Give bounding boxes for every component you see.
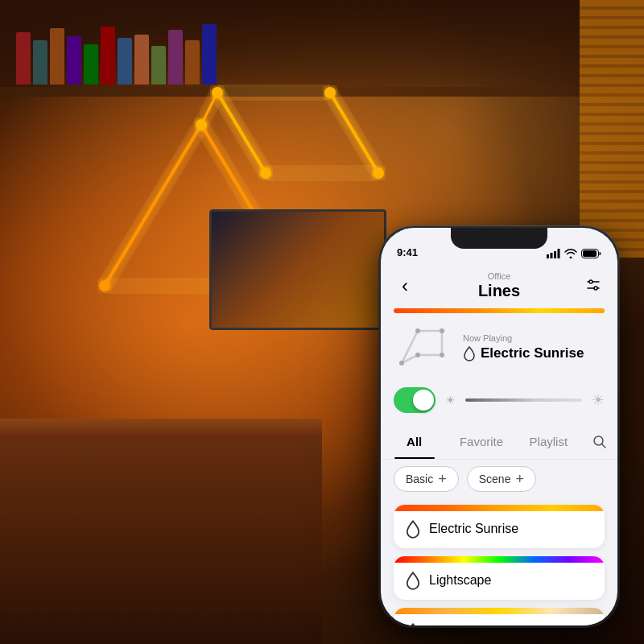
desk-surface bbox=[0, 419, 322, 435]
tab-all-label: All bbox=[407, 435, 422, 448]
svg-rect-24 bbox=[551, 253, 553, 258]
scene-card-lightscape[interactable]: Lightscape bbox=[394, 556, 605, 600]
header-title: Lines bbox=[478, 282, 520, 300]
svg-point-16 bbox=[99, 280, 110, 291]
status-time: 9:41 bbox=[397, 246, 418, 258]
svg-point-19 bbox=[212, 87, 223, 98]
electric-sunrise-color-bar bbox=[394, 505, 605, 511]
svg-line-44 bbox=[601, 444, 605, 448]
basic-label: Basic bbox=[406, 473, 433, 485]
brightness-slider[interactable] bbox=[465, 398, 582, 402]
scene-card-electric-sunrise[interactable]: Electric Sunrise bbox=[394, 505, 605, 548]
scene-category-pill[interactable]: Scene + bbox=[467, 466, 536, 492]
scene-name-ember: Ember bbox=[429, 625, 467, 625]
window-blinds bbox=[580, 0, 644, 258]
svg-point-42 bbox=[415, 353, 420, 357]
ember-color-bar bbox=[394, 608, 605, 614]
sliders-icon bbox=[584, 277, 602, 295]
lightscape-content: Lightscape bbox=[394, 563, 605, 600]
svg-point-21 bbox=[373, 167, 384, 179]
basic-category-pill[interactable]: Basic + bbox=[394, 466, 459, 492]
header-title-group: Office Lines bbox=[478, 271, 520, 300]
now-playing-section: Now Playing Electric Sunrise bbox=[394, 315, 605, 379]
desk bbox=[0, 419, 322, 644]
svg-rect-25 bbox=[554, 251, 556, 258]
svg-point-20 bbox=[324, 87, 336, 98]
header-subtitle: Office bbox=[478, 271, 520, 281]
search-button[interactable] bbox=[582, 424, 617, 460]
phone-screen: 9:41 bbox=[381, 228, 617, 625]
scenes-list: Electric Sunrise Lightscape bbox=[394, 505, 605, 625]
now-playing-name-row: Electric Sunrise bbox=[463, 345, 605, 361]
lines-device-icon bbox=[394, 323, 450, 371]
basic-add-icon: + bbox=[438, 472, 447, 486]
phone-outer-frame: 9:41 bbox=[378, 225, 620, 628]
svg-point-39 bbox=[415, 328, 420, 333]
scene-name-electric-sunrise: Electric Sunrise bbox=[429, 522, 518, 536]
svg-point-41 bbox=[440, 353, 444, 357]
svg-point-32 bbox=[594, 287, 597, 290]
monitor-screen bbox=[212, 212, 384, 328]
svg-point-22 bbox=[260, 167, 271, 179]
svg-point-30 bbox=[589, 280, 592, 283]
tabs-row: All Favorite Playlist bbox=[381, 424, 617, 460]
tab-all[interactable]: All bbox=[381, 424, 448, 459]
search-icon bbox=[592, 435, 607, 449]
svg-rect-23 bbox=[547, 254, 549, 258]
wifi-icon bbox=[564, 249, 577, 258]
tab-favorite[interactable]: Favorite bbox=[448, 424, 514, 459]
phone-notch bbox=[451, 228, 547, 249]
scene-label: Scene bbox=[479, 473, 511, 485]
power-toggle[interactable] bbox=[394, 387, 436, 413]
settings-button[interactable] bbox=[582, 275, 605, 297]
scene-raindrop-icon-ember bbox=[405, 622, 421, 625]
back-chevron-icon: ‹ bbox=[402, 275, 408, 297]
now-playing-info: Now Playing Electric Sunrise bbox=[463, 333, 605, 361]
svg-point-38 bbox=[399, 361, 404, 365]
raindrop-icon bbox=[463, 345, 476, 361]
back-button[interactable]: ‹ bbox=[394, 275, 416, 297]
svg-rect-26 bbox=[558, 249, 560, 258]
svg-point-17 bbox=[196, 119, 207, 130]
brightness-low-icon: ☀ bbox=[445, 394, 456, 407]
scene-add-icon: + bbox=[515, 472, 524, 486]
categories-row: Basic + Scene + bbox=[394, 466, 605, 492]
electric-sunrise-content: Electric Sunrise bbox=[394, 511, 605, 548]
svg-point-40 bbox=[440, 328, 444, 333]
battery-icon bbox=[581, 249, 601, 258]
toggle-knob bbox=[413, 390, 434, 411]
controls-row: ☀ ☀ bbox=[394, 386, 605, 415]
svg-line-9 bbox=[330, 93, 378, 173]
scene-raindrop-icon-lightscape bbox=[405, 571, 421, 590]
now-playing-scene-name: Electric Sunrise bbox=[481, 345, 584, 361]
tab-playlist[interactable]: Playlist bbox=[515, 424, 582, 459]
scene-raindrop-icon-electric-sunrise bbox=[405, 519, 421, 539]
tab-favorite-label: Favorite bbox=[460, 435, 503, 448]
status-icons bbox=[547, 249, 601, 258]
svg-rect-28 bbox=[583, 250, 597, 257]
now-playing-label: Now Playing bbox=[463, 333, 605, 343]
svg-line-1 bbox=[105, 125, 201, 286]
scene-name-lightscape: Lightscape bbox=[429, 573, 491, 588]
scene-card-ember[interactable]: Ember bbox=[394, 608, 605, 625]
ember-content: Ember bbox=[394, 614, 605, 625]
tab-playlist-label: Playlist bbox=[530, 435, 568, 448]
brightness-high-icon: ☀ bbox=[592, 391, 605, 409]
monitor bbox=[209, 209, 386, 330]
lightscape-color-bar bbox=[394, 556, 605, 563]
app-header: ‹ Office Lines bbox=[381, 263, 617, 308]
signal-icon bbox=[547, 249, 560, 258]
active-scene-color-bar bbox=[394, 308, 605, 313]
phone: 9:41 bbox=[378, 225, 620, 628]
